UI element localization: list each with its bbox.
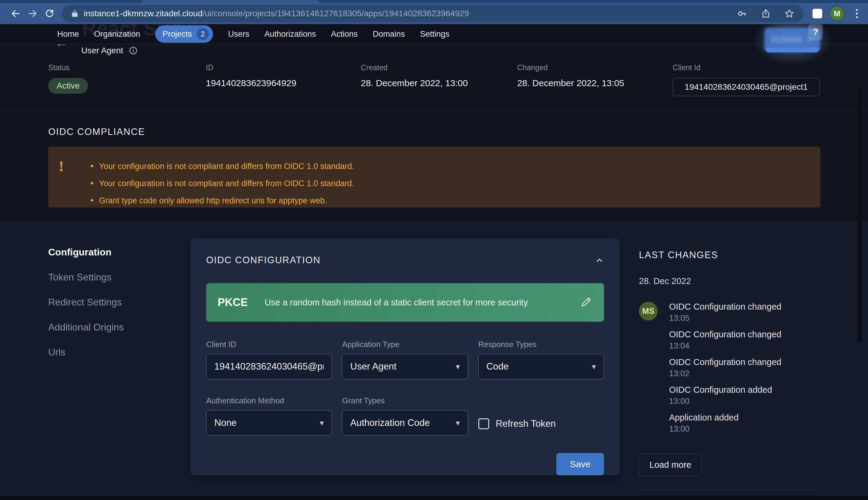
app-id-value: 194140283623964929 [206,78,296,88]
last-changes-title: LAST CHANGES [639,250,821,261]
actions-button-edge [766,48,819,53]
load-more-button[interactable]: Load more [639,454,702,476]
card-title: OIDC CONFIGURATION [206,255,321,266]
bookmark-star-icon[interactable] [784,9,794,19]
oidc-configuration-card: OIDC CONFIGURATION PKCE Use a random has… [190,239,620,475]
created-value: 28. December 2022, 13:00 [361,78,468,88]
divider [639,490,821,490]
collapse-chevron-up-icon[interactable] [595,256,604,265]
client-id-chip[interactable]: 194140283624030465@project1 [673,78,820,96]
changed-column: Changed 28. December 2022, 13:05 [517,63,624,88]
sidebar-item-token-settings[interactable]: Token Settings [48,272,124,283]
browser-chrome: instance1-dkmnzw.zitadel.cloud/ui/consol… [0,0,868,24]
select-caret-icon: ▾ [456,362,460,371]
info-icon[interactable] [129,46,138,55]
changes-date: 28. Dec 2022 [639,276,821,286]
sidebar-item-urls[interactable]: Urls [48,347,124,358]
pkce-banner: PKCE Use a random hash instead of a stat… [206,283,604,322]
authentication-method-field: Authentication Method None ▾ [206,396,332,435]
pkce-description: Use a random hash instead of a static cl… [265,298,528,308]
nav-item-home[interactable]: Home [57,30,79,39]
nav-item-actions[interactable]: Actions [331,30,358,39]
refresh-token-checkbox[interactable] [478,418,489,429]
authentication-method-select[interactable]: None ▾ [206,410,332,435]
url-host: instance1-dkmnzw.zitadel.cloud [84,9,202,18]
app-detail-main: Configuration Token Settings Redirect Se… [0,223,868,500]
side-panel-icon[interactable] [813,9,822,19]
divider [0,112,868,112]
application-type-field: Application Type User Agent ▾ [342,340,468,379]
compliance-warning: •Grant type code only allowed http redir… [90,192,354,209]
nav-item-users[interactable]: Users [228,30,249,39]
response-types-select[interactable]: Code ▾ [478,354,604,379]
client-id-field: Client ID [206,340,332,379]
response-types-field: Response Types Code ▾ [478,340,604,379]
pkce-badge: PKCE [218,296,248,309]
warning-icon: ! [58,159,64,174]
zitadel-console: ← React SPA User Agent Home Organization… [0,24,868,500]
client-id-input[interactable] [214,361,324,372]
browser-toolbar: instance1-dkmnzw.zitadel.cloud/ui/consol… [0,3,868,24]
url-path: /ui/console/projects/194136146127618305/… [202,9,469,18]
compliance-warning: •Your configuration is not compliant and… [90,158,354,175]
changed-value: 28. December 2022, 13:05 [517,78,624,88]
scrollbar[interactable] [857,87,862,342]
select-caret-icon: ▾ [592,362,596,371]
bottom-edge [0,496,868,500]
lock-icon [71,10,78,18]
select-caret-icon: ▾ [320,418,324,428]
browser-tabstrip [0,0,868,3]
status-badge: Active [48,78,88,94]
user-avatar: MS [639,302,658,320]
forward-icon[interactable] [24,6,41,21]
settings-side-nav: Configuration Token Settings Redirect Se… [48,247,124,358]
share-icon[interactable] [761,9,771,19]
nav-item-organization[interactable]: Organization [94,30,140,39]
active-tab[interactable] [142,0,320,3]
compliance-warning: •Your configuration is not compliant and… [90,175,354,192]
app-type-subtitle: User Agent [81,46,123,55]
nav-item-domains[interactable]: Domains [373,30,405,39]
change-event: Application added13:00 [669,413,781,434]
status-label: Status [48,63,88,72]
refresh-token-field: Refresh Token [478,396,604,435]
browser-profile-avatar[interactable]: M [830,7,844,21]
change-event: OIDC Configuration changed13:05 [669,302,781,323]
sidebar-item-configuration[interactable]: Configuration [48,247,124,258]
select-caret-icon: ▾ [456,418,460,428]
save-button[interactable]: Save [556,453,604,475]
actions-dropdown-wrap: Actions ? [764,28,820,51]
projects-count-badge: 2 [197,28,209,40]
last-changes-panel: LAST CHANGES 28. Dec 2022 MS OIDC Config… [639,250,821,490]
sidebar-item-additional-origins[interactable]: Additional Origins [48,322,124,333]
change-event: OIDC Configuration changed13:02 [669,357,781,378]
back-icon[interactable] [7,6,24,21]
edit-pencil-icon[interactable] [579,296,592,309]
application-type-select[interactable]: User Agent ▾ [342,354,468,379]
change-event: OIDC Configuration added13:00 [669,385,781,406]
nav-item-projects[interactable]: Projects 2 [155,25,213,43]
help-button[interactable]: ? [808,24,823,41]
nav-item-authorizations[interactable]: Authorizations [264,30,316,39]
change-event: OIDC Configuration changed13:04 [669,330,781,351]
compliance-warning-box: ! •Your configuration is not compliant a… [48,147,820,207]
key-icon[interactable] [737,9,747,19]
address-bar[interactable]: instance1-dkmnzw.zitadel.cloud/ui/consol… [62,5,803,22]
compliance-section-title: OIDC COMPLIANCE [48,126,145,137]
created-column: Created 28. December 2022, 13:00 [361,63,468,88]
nav-item-settings[interactable]: Settings [420,30,449,39]
grant-types-select[interactable]: Authorization Code ▾ [342,410,468,435]
sidebar-item-redirect-settings[interactable]: Redirect Settings [48,297,124,308]
reload-icon[interactable] [41,6,58,21]
status-column: Status Active [48,63,88,94]
browser-menu-icon[interactable] [853,8,861,19]
grant-types-field: Grant Types Authorization Code ▾ [342,396,468,435]
id-column: ID 194140283623964929 [206,63,296,88]
